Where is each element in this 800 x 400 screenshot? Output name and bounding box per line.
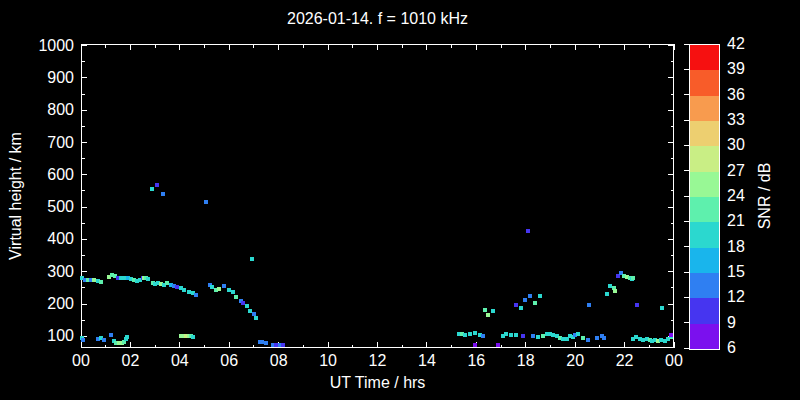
y-tick xyxy=(81,174,87,175)
data-point xyxy=(125,335,129,339)
x-tick xyxy=(155,44,156,48)
x-tick xyxy=(352,345,353,349)
colorbar-tick-label: 12 xyxy=(727,288,767,306)
y-tick xyxy=(81,126,85,127)
x-tick xyxy=(402,345,403,349)
data-point xyxy=(146,277,150,281)
data-point xyxy=(581,336,585,340)
colorbar-tick-label: 39 xyxy=(727,60,767,78)
x-tick xyxy=(599,345,600,349)
y-tick xyxy=(668,207,674,208)
y-tick xyxy=(81,287,85,288)
x-tick-label: 06 xyxy=(209,352,249,370)
data-point xyxy=(254,316,258,320)
y-tick xyxy=(81,223,85,224)
y-tick-label: 900 xyxy=(14,69,74,87)
data-point xyxy=(281,343,285,347)
x-tick-label: 08 xyxy=(259,352,299,370)
colorbar-tick-label: 9 xyxy=(727,314,767,332)
x-tick xyxy=(253,44,254,48)
colorbar-segment xyxy=(690,248,719,273)
x-tick xyxy=(649,44,650,48)
data-point xyxy=(99,280,103,284)
y-tick-label: 600 xyxy=(14,166,74,184)
x-tick xyxy=(550,44,551,48)
y-tick xyxy=(81,158,85,159)
data-point xyxy=(519,306,523,310)
x-tick xyxy=(229,44,230,50)
data-point xyxy=(252,312,256,316)
x-tick-label: 12 xyxy=(358,352,398,370)
data-point xyxy=(245,304,249,308)
y-tick xyxy=(671,255,675,256)
data-point xyxy=(635,303,639,307)
y-tick xyxy=(81,110,87,111)
data-point xyxy=(483,308,487,312)
data-point xyxy=(473,331,477,335)
data-point xyxy=(538,294,542,298)
colorbar-segment xyxy=(690,121,719,146)
x-tick xyxy=(451,345,452,349)
y-tick xyxy=(668,110,674,111)
colorbar-segment xyxy=(690,146,719,171)
data-point xyxy=(250,257,254,261)
x-tick-label: 02 xyxy=(110,352,150,370)
x-tick xyxy=(105,44,106,48)
colorbar-segment xyxy=(690,273,719,298)
y-tick xyxy=(671,126,675,127)
y-tick xyxy=(671,94,675,95)
x-tick xyxy=(130,44,131,50)
y-tick xyxy=(671,190,675,191)
x-tick xyxy=(130,342,131,348)
x-tick xyxy=(550,345,551,349)
x-tick-label: 18 xyxy=(506,352,546,370)
y-tick xyxy=(668,142,674,143)
x-tick xyxy=(476,44,477,50)
colorbar-segment xyxy=(690,324,719,349)
x-tick-label: 04 xyxy=(160,352,200,370)
colorbar-tick-label: 30 xyxy=(727,136,767,154)
x-tick xyxy=(179,342,180,348)
x-tick-label: 00 xyxy=(61,352,101,370)
y-tick xyxy=(81,271,87,272)
data-point xyxy=(631,276,635,280)
x-tick-label: 20 xyxy=(555,352,595,370)
y-tick-label: 500 xyxy=(14,198,74,216)
data-point xyxy=(613,289,617,293)
data-point xyxy=(660,306,664,310)
data-point xyxy=(81,338,85,342)
x-tick xyxy=(624,44,625,50)
x-tick xyxy=(649,345,650,349)
x-tick-label: 00 xyxy=(654,352,694,370)
data-point xyxy=(234,295,238,299)
x-tick xyxy=(377,342,378,348)
y-tick xyxy=(671,287,675,288)
data-point xyxy=(463,333,467,337)
data-point xyxy=(523,298,527,302)
y-tick-label: 400 xyxy=(14,230,74,248)
x-tick xyxy=(105,345,106,349)
x-tick xyxy=(402,44,403,48)
data-point xyxy=(468,332,472,336)
data-point xyxy=(605,292,609,296)
y-tick xyxy=(671,320,675,321)
colorbar xyxy=(689,44,720,350)
y-tick-label: 800 xyxy=(14,101,74,119)
data-point xyxy=(486,313,490,317)
data-point xyxy=(182,288,186,292)
x-tick xyxy=(426,44,427,50)
data-point xyxy=(491,309,495,313)
y-tick-label: 700 xyxy=(14,134,74,152)
y-tick xyxy=(81,190,85,191)
y-tick xyxy=(668,174,674,175)
data-point xyxy=(586,338,590,342)
data-point xyxy=(669,333,673,337)
y-tick xyxy=(671,61,675,62)
colorbar-segment xyxy=(690,45,719,70)
x-tick xyxy=(599,44,600,48)
x-tick xyxy=(501,44,502,48)
colorbar-tick-label: 6 xyxy=(727,339,767,357)
x-tick xyxy=(575,342,576,348)
colorbar-tick-label: 36 xyxy=(727,86,767,104)
x-tick-label: 22 xyxy=(605,352,645,370)
